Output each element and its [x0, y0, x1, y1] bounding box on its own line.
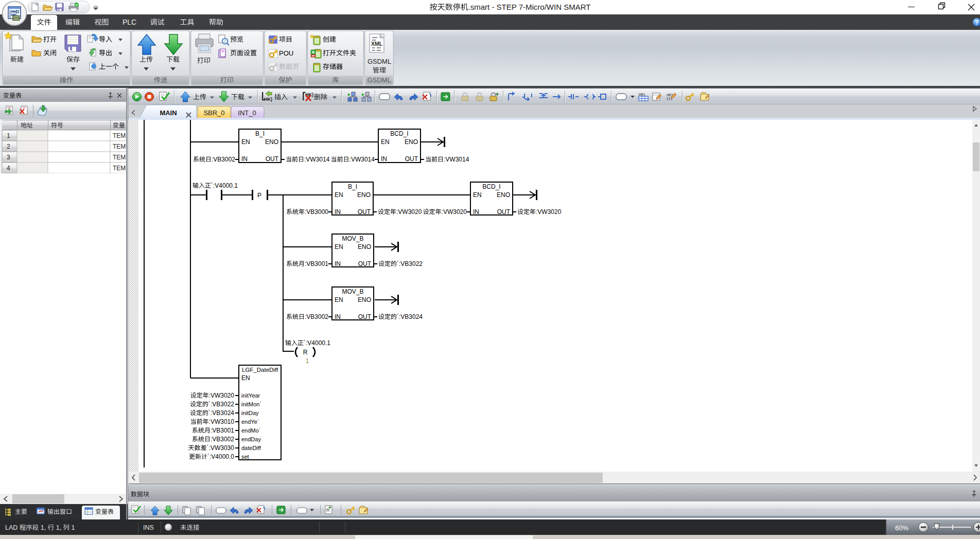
svg-text::VW3014: :VW3014 — [444, 156, 469, 163]
svg-text::VW3020: :VW3020 — [396, 208, 422, 215]
svg-text:INT_0: INT_0 — [238, 109, 256, 117]
svg-text:ENO: ENO — [357, 191, 371, 199]
svg-text:TEM: TEM — [113, 132, 126, 139]
svg-text::VB3000: :VB3000 — [305, 208, 328, 215]
svg-text:EN: EN — [473, 191, 482, 199]
svg-text:1,: 1, — [54, 524, 63, 531]
svg-text:SBR_0: SBR_0 — [203, 109, 224, 117]
svg-text:´:VB3024: ´:VB3024 — [208, 409, 234, 417]
svg-text:ENO: ENO — [405, 138, 418, 146]
svg-text:?: ? — [975, 19, 978, 26]
svg-text:1: 1 — [7, 132, 10, 139]
svg-text:ENO: ENO — [497, 191, 510, 199]
svg-text:EN: EN — [241, 138, 250, 146]
svg-text::VB3002: :VB3002 — [212, 156, 235, 163]
svg-text:OUT: OUT — [405, 155, 418, 163]
svg-text::VB3002: :VB3002 — [305, 313, 328, 320]
svg-text:TEM: TEM — [113, 165, 126, 172]
svg-text:B_I: B_I — [255, 130, 265, 137]
svg-text::VB3001: :VB3001 — [305, 260, 328, 267]
svg-text:R: R — [326, 508, 330, 513]
svg-text:B_I: B_I — [348, 183, 357, 190]
svg-text:P: P — [257, 192, 261, 199]
svg-text::VW3020: :VW3020 — [442, 208, 467, 215]
svg-text::VB3002: :VB3002 — [211, 436, 234, 443]
svg-text:´:VB3022: ´:VB3022 — [208, 401, 234, 408]
svg-text:EN: EN — [381, 138, 390, 146]
svg-text:EN: EN — [335, 191, 343, 199]
svg-text:HK): HK) — [264, 97, 272, 102]
svg-text:IN: IN — [241, 155, 248, 163]
svg-text:´:V4000.0: ´:V4000.0 — [207, 453, 234, 460]
svg-text:ENO: ENO — [358, 243, 371, 250]
svg-text:endDay: endDay — [241, 436, 261, 442]
svg-text:initYear: initYear — [241, 392, 260, 399]
svg-text:set: set — [241, 454, 249, 460]
svg-text:IN: IN — [335, 208, 341, 215]
svg-text:dateDiff: dateDiff — [241, 445, 261, 451]
svg-text:IN: IN — [381, 155, 387, 163]
svg-text:60%: 60% — [895, 524, 908, 532]
svg-text::VW3014: :VW3014 — [304, 156, 330, 163]
svg-text:MOV_B: MOV_B — [342, 235, 364, 242]
svg-text:3: 3 — [7, 154, 10, 161]
svg-text:ENO: ENO — [358, 296, 371, 303]
svg-text::VW3020: :VW3020 — [209, 392, 235, 399]
svg-text:ENO: ENO — [265, 138, 278, 146]
svg-text:´:VB3024: ´:VB3024 — [397, 313, 423, 320]
svg-text:endYe´: endYe´ — [241, 419, 259, 425]
svg-text:TEM: TEM — [113, 154, 126, 161]
svg-text:OUT: OUT — [497, 208, 511, 215]
svg-text:XML: XML — [371, 41, 383, 47]
svg-text:R: R — [303, 349, 308, 356]
svg-text:2: 2 — [7, 143, 10, 150]
svg-text:IN: IN — [335, 313, 341, 320]
svg-text:´:V4000.1: ´:V4000.1 — [304, 339, 330, 347]
svg-text:IN: IN — [473, 208, 479, 215]
svg-text:MOV_B: MOV_B — [342, 288, 364, 295]
svg-text:4: 4 — [7, 165, 10, 172]
svg-text::VW3014: :VW3014 — [349, 156, 375, 163]
svg-text:POU: POU — [279, 49, 293, 57]
svg-text:LGF_DateDiff: LGF_DateDiff — [242, 367, 278, 373]
svg-text:LAD: LAD — [5, 524, 20, 531]
svg-text:.smart - STEP 7-Micro/WIN SMAR: .smart - STEP 7-Micro/WIN SMART — [468, 3, 591, 11]
svg-text:MAIN: MAIN — [160, 109, 177, 117]
svg-text:OUT: OUT — [358, 260, 372, 267]
svg-text:OUT: OUT — [358, 208, 371, 215]
svg-text:1: 1 — [306, 357, 309, 365]
svg-text:initMon´: initMon´ — [241, 401, 261, 407]
svg-text:OUT: OUT — [266, 155, 279, 163]
svg-text:EN: EN — [241, 374, 250, 382]
svg-text:GSDML: GSDML — [367, 76, 391, 84]
svg-text:OUT: OUT — [358, 313, 372, 320]
svg-text:PLC: PLC — [122, 18, 136, 26]
svg-text:EN: EN — [335, 243, 343, 250]
svg-text:IN: IN — [335, 260, 341, 267]
svg-text:GSDML: GSDML — [367, 58, 391, 65]
svg-text:BCD_I: BCD_I — [390, 130, 408, 137]
svg-text:INS: INS — [143, 524, 154, 531]
svg-text::VW3010: :VW3010 — [209, 418, 235, 425]
svg-text:BCD_I: BCD_I — [482, 183, 500, 190]
svg-text:1: 1 — [69, 524, 75, 531]
svg-text:´:VB3022: ´:VB3022 — [397, 260, 423, 267]
svg-text::VB3001: :VB3001 — [211, 427, 234, 434]
svg-text:TEM: TEM — [113, 143, 126, 150]
svg-text:1,: 1, — [39, 524, 47, 531]
svg-text:endMo´: endMo´ — [241, 427, 260, 434]
svg-text:initDay: initDay — [241, 410, 259, 416]
svg-text::VW3020: :VW3020 — [536, 208, 562, 215]
svg-text:EN: EN — [335, 296, 343, 303]
svg-text:´:V4000.1: ´:V4000.1 — [211, 182, 238, 189]
svg-text:´:VW3030: ´:VW3030 — [207, 444, 235, 452]
